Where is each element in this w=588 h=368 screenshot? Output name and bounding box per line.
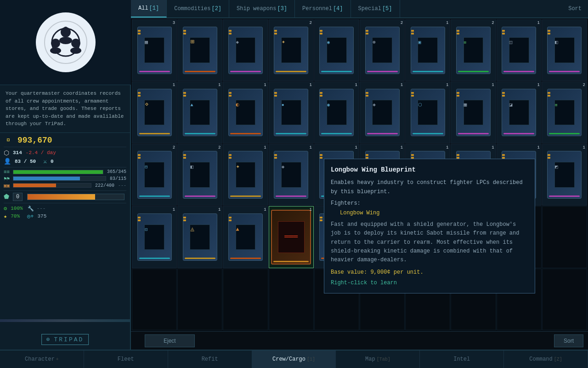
left-panel: Your quartermaster coordinates records o… [0, 0, 131, 350]
crew-bar-label: 83/115 [110, 176, 126, 181]
tab-special[interactable]: Special [5] [351, 0, 400, 17]
cell-0-9[interactable]: ◧ [542, 19, 587, 81]
crew-row: 👤 83 / 50 ⚔ 0 [4, 158, 126, 165]
cell-1-6[interactable]: 1⬡ [405, 81, 450, 143]
svg-point-2 [59, 37, 72, 44]
eject-button[interactable]: Eject [145, 334, 195, 347]
rep-bar [27, 194, 124, 200]
cell-3-3-active[interactable]: 1═══ [269, 206, 314, 268]
cell-1-4[interactable]: 1◉ [314, 81, 359, 143]
tooltip-fighters-label: Fighters: [331, 199, 528, 208]
supply-icon: ⬟ [4, 193, 9, 201]
cargo-bar-label: 222/400 [95, 183, 114, 188]
supplies-value: 0 [16, 194, 19, 200]
cell-1-1[interactable]: 1▲ [177, 81, 222, 143]
cell-0-4[interactable]: ◉ [314, 19, 359, 81]
sort-top-label: Sort [568, 6, 582, 12]
tab-commodities[interactable]: Commodities [2] [167, 0, 229, 17]
cargo-bar-icon: ▣▣ [4, 183, 11, 189]
cell-1-2[interactable]: 1◐ [223, 81, 268, 143]
cargo-bar [13, 183, 91, 188]
tab-personnel-count: [4] [333, 6, 343, 12]
tooltip-base-value-unit: per unit. [394, 269, 424, 276]
progress-bar-fill [0, 319, 131, 322]
tooltip-fighter-name: Longbow Wing [331, 209, 528, 218]
stats-section: ¤ 993,670 ⬡ 314 -2.4 / day 👤 83 / 50 ⚔ 0… [0, 133, 130, 223]
nav-intel[interactable]: Intel [420, 351, 504, 368]
nav-refit[interactable]: Refit [168, 351, 252, 368]
cell-1-8[interactable]: 1◪ [497, 81, 542, 143]
cell-1-7[interactable]: 1▦ [451, 81, 496, 143]
tripad-icon: ⊕ [46, 336, 51, 343]
cargo-bar-row: ▣▣ 222/400 --- [4, 183, 126, 189]
nav-command[interactable]: Command [Z] [504, 351, 588, 368]
cell-3-0[interactable]: 1⊡ [132, 206, 177, 268]
cell-2-9[interactable]: 1◩ [542, 144, 587, 206]
fuel-icon: ⬡ [4, 149, 9, 157]
svg-point-4 [50, 47, 61, 54]
sort-top-button[interactable]: Sort [562, 0, 588, 17]
description-body: Your quartermaster coordinates records o… [6, 91, 124, 126]
nav-refit-label: Refit [202, 356, 218, 362]
crew-bar [13, 176, 106, 181]
bottom-action-bar: Eject Sort [131, 331, 588, 350]
cell-3-2[interactable]: 1▲ [223, 206, 268, 268]
svg-point-10 [52, 47, 56, 51]
cell-0-6[interactable]: 1▣ [405, 19, 450, 81]
supply-row: ⬟ 0 [4, 193, 126, 201]
nav-map[interactable]: Map [Tab] [336, 351, 420, 368]
supply-zero: 0 [13, 193, 23, 201]
avatar-icon [43, 19, 89, 65]
speed-row: ⚙ 100% 🔧 --- [4, 205, 126, 212]
nav-crew-cargo-shortcut: [1] [307, 357, 315, 362]
speed-misc: --- [37, 206, 46, 211]
credits-icon: ¤ [4, 136, 13, 145]
cell-0-2[interactable]: ◈ [223, 19, 268, 81]
fuel-rate: -2.4 / day [26, 150, 56, 155]
supplies-bar-icon: ≡≡ [4, 169, 11, 175]
cell-0-0[interactable]: 3▦ [132, 19, 177, 81]
cell-1-0[interactable]: 1⋄ [132, 81, 177, 143]
credits-row: ¤ 993,670 [4, 136, 126, 145]
cell-1-3[interactable]: 1● [269, 81, 314, 143]
tab-all[interactable]: All [1] [131, 0, 167, 17]
tab-personnel[interactable]: Personnel [4] [295, 0, 351, 17]
cell-0-8[interactable]: 1◫ [497, 19, 542, 81]
nav-crew-cargo[interactable]: Crew/Cargo [1] [252, 351, 336, 368]
rep-value: 375 [37, 213, 46, 219]
cell-0-1[interactable]: ⊞ [177, 19, 222, 81]
credits-value: 993,670 [17, 136, 52, 145]
sort-bottom-label: Sort [564, 338, 574, 344]
cell-2-2[interactable]: 1✦ [223, 144, 268, 206]
cell-1-5[interactable]: 1◈ [360, 81, 405, 143]
cell-2-3[interactable]: 1◈ [269, 144, 314, 206]
tab-all-count: [1] [149, 5, 159, 12]
nav-character[interactable]: Character + [0, 351, 84, 368]
fuel-row: ⬡ 314 -2.4 / day [4, 149, 126, 157]
cell-0-7[interactable]: 2⊞ [451, 19, 496, 81]
avatar-area [0, 0, 131, 85]
tab-ship-weapons[interactable]: Ship weapons [3] [229, 0, 295, 17]
sort-bottom-button[interactable]: Sort [554, 334, 583, 347]
cell-2-1[interactable]: 2◧ [177, 144, 222, 206]
top-tab-bar: All [1] Commodities [2] Ship weapons [3]… [131, 0, 588, 18]
cell-4-1 [177, 269, 222, 330]
cell-0-3[interactable]: 2✦ [269, 19, 314, 81]
speed-icon: ⚙ [4, 205, 7, 212]
description-text: Your quartermaster coordinates records o… [0, 85, 130, 133]
cell-2-0[interactable]: 2⊟ [132, 144, 177, 206]
cell-0-5[interactable]: 2⊛ [360, 19, 405, 81]
avatar [36, 12, 96, 72]
cell-1-9[interactable]: 2⊠ [542, 81, 587, 143]
cell-3-9 [542, 206, 587, 268]
crew-bar-row: ⚑⚑ 83/115 [4, 176, 126, 182]
fuel-amount: 314 [13, 150, 22, 155]
svg-point-8 [64, 27, 68, 30]
nav-fleet[interactable]: Fleet [84, 351, 168, 368]
supplies-bar [13, 170, 103, 174]
cell-3-1[interactable]: 1◬ [177, 206, 222, 268]
supplies-bar-fill [13, 170, 103, 174]
tab-special-count: [5] [382, 6, 392, 12]
nav-character-label: Character [25, 356, 55, 362]
cell-4-2 [223, 269, 268, 330]
